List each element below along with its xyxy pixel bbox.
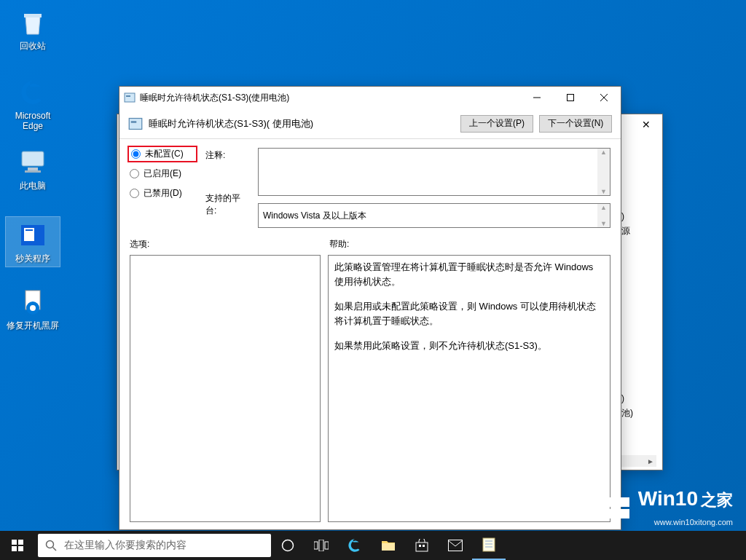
svg-rect-25 <box>325 542 329 549</box>
svg-rect-5 <box>25 229 33 231</box>
watermark: Win10 之家 www.win10xitong.com <box>609 487 733 527</box>
search-placeholder: 在这里输入你要搜索的内容 <box>64 539 186 552</box>
taskbar-store-icon[interactable] <box>405 531 439 560</box>
radio-enabled[interactable]: 已启用(E) <box>130 167 195 180</box>
scroll-up-icon: ▲ <box>600 204 607 211</box>
taskbar-explorer-icon[interactable] <box>372 531 405 560</box>
radio-input[interactable] <box>130 189 139 198</box>
desktop-icon-label: 回收站 <box>6 41 60 51</box>
window-title: 睡眠时允许待机状态(S1-S3)(使用电池) <box>140 92 520 104</box>
this-pc-icon <box>17 147 48 178</box>
recycle-bin-icon <box>17 7 48 38</box>
svg-rect-31 <box>483 538 495 551</box>
textarea-scrollbar[interactable]: ▲▼ <box>597 149 610 195</box>
titlebar[interactable]: 睡眠时允许待机状态(S1-S3)(使用电池) <box>119 87 621 109</box>
desktop-icon-edge[interactable]: Microsoft Edge <box>6 77 60 131</box>
cortana-button[interactable] <box>271 531 305 560</box>
minimize-button[interactable] <box>520 87 554 109</box>
help-text: 如果禁用此策略设置，则不允许待机状态(S1-S3)。 <box>334 339 604 353</box>
platform-textarea[interactable]: Windows Vista 及以上版本 <box>258 203 610 228</box>
search-box[interactable]: 在这里输入你要搜索的内容 <box>38 534 271 557</box>
svg-rect-14 <box>129 118 142 129</box>
start-button[interactable] <box>0 531 35 560</box>
svg-rect-24 <box>319 540 323 551</box>
scroll-down-icon: ▼ <box>600 220 607 227</box>
help-panel: 此策略设置管理在将计算机置于睡眠状态时是否允许 Windows 使用待机状态。 … <box>328 255 610 522</box>
radio-disabled[interactable]: 已禁用(D) <box>130 187 195 200</box>
svg-rect-11 <box>568 95 574 101</box>
policy-dialog: 睡眠时允许待机状态(S1-S3)(使用电池) 睡眠时允许待机状态(S1-S3)(… <box>119 86 621 530</box>
prev-setting-button[interactable]: 上一个设置(P) <box>460 115 533 133</box>
scroll-right-icon[interactable]: ► <box>645 455 656 467</box>
next-setting-button[interactable]: 下一个设置(N) <box>539 115 612 133</box>
svg-rect-27 <box>416 543 428 551</box>
watermark-text-b: 之家 <box>701 489 733 511</box>
header-row: 睡眠时允许待机状态(S1-S3)( 使用电池) 上一个设置(P) 下一个设置(N… <box>119 109 621 139</box>
svg-rect-26 <box>382 543 395 551</box>
comment-label: 注释: <box>205 149 248 162</box>
kill-app-icon <box>17 220 48 251</box>
task-view-button[interactable] <box>305 531 338 560</box>
svg-rect-19 <box>18 546 23 551</box>
svg-line-21 <box>53 548 57 551</box>
svg-rect-28 <box>419 545 421 547</box>
watermark-url: www.win10xitong.com <box>609 518 733 527</box>
platform-label: 支持的平台: <box>205 192 248 217</box>
radio-label: 未配置(C) <box>145 148 184 160</box>
policy-icon <box>128 117 143 131</box>
desktop-icon-kill-app[interactable]: 秒关程序 <box>6 217 60 267</box>
svg-point-22 <box>283 540 294 551</box>
radio-group: 未配置(C) 已启用(E) 已禁用(D) <box>130 148 195 228</box>
radio-label: 已禁用(D) <box>144 187 182 200</box>
help-text: 如果启用或未配置此策略设置，则 Windows 可以使用待机状态将计算机置于睡眠… <box>334 299 604 328</box>
desktop-icon-fix-boot[interactable]: 修复开机黑屏 <box>6 287 60 331</box>
header-text: 睡眠时允许待机状态(S1-S3)( 使用电池) <box>149 117 455 130</box>
svg-point-20 <box>47 541 54 548</box>
comment-textarea[interactable] <box>258 148 610 196</box>
desktop-icon-this-pc[interactable]: 此电脑 <box>6 147 60 191</box>
desktop-icon-recycle-bin[interactable]: 回收站 <box>6 7 60 51</box>
watermark-text-a: Win10 <box>638 487 698 510</box>
desktop-icon-label: 秒关程序 <box>6 253 60 264</box>
radio-input[interactable] <box>131 149 141 159</box>
bg-window-close[interactable]: ✕ <box>629 114 662 135</box>
svg-rect-16 <box>12 540 17 545</box>
svg-rect-2 <box>25 170 41 173</box>
options-panel <box>130 255 321 522</box>
svg-rect-8 <box>125 93 135 102</box>
desktop-icon-label: 修复开机黑屏 <box>6 320 60 331</box>
taskbar-edge-icon[interactable] <box>338 531 372 560</box>
windows-logo-icon <box>609 497 631 519</box>
svg-rect-1 <box>28 167 38 170</box>
maximize-button[interactable] <box>554 87 587 109</box>
svg-rect-15 <box>131 121 137 123</box>
scroll-up-icon: ▲ <box>600 149 607 156</box>
taskbar-notepad-icon[interactable] <box>472 531 506 560</box>
edge-icon <box>17 77 48 108</box>
svg-rect-17 <box>18 540 23 545</box>
scroll-down-icon: ▼ <box>600 188 607 195</box>
close-button[interactable] <box>587 87 621 109</box>
svg-rect-0 <box>22 151 44 166</box>
options-label: 选项: <box>130 238 329 251</box>
search-icon <box>45 540 57 551</box>
policy-icon <box>124 92 136 103</box>
radio-not-configured[interactable]: 未配置(C) <box>130 148 195 160</box>
svg-rect-30 <box>449 540 463 551</box>
desktop-icon-label: 此电脑 <box>6 181 60 191</box>
help-label: 帮助: <box>329 238 349 251</box>
help-text: 此策略设置管理在将计算机置于睡眠状态时是否允许 Windows 使用待机状态。 <box>334 260 604 289</box>
fix-boot-icon <box>17 287 48 318</box>
taskbar: 在这里输入你要搜索的内容 <box>0 531 746 560</box>
radio-input[interactable] <box>130 169 139 178</box>
radio-label: 已启用(E) <box>144 167 181 180</box>
svg-rect-23 <box>314 542 318 549</box>
svg-rect-29 <box>423 545 425 547</box>
taskbar-mail-icon[interactable] <box>439 531 472 560</box>
textarea-scrollbar[interactable]: ▲▼ <box>597 204 610 227</box>
svg-rect-9 <box>126 95 130 97</box>
desktop-icon-label: Microsoft Edge <box>6 111 60 131</box>
svg-rect-18 <box>12 546 17 551</box>
